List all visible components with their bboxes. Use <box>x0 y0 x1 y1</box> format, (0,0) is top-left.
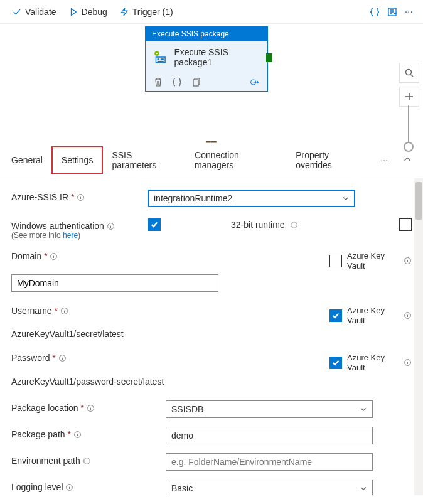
chevron-up-icon <box>403 155 412 164</box>
logging-level-select[interactable]: Basic <box>166 480 373 495</box>
ssis-icon <box>153 49 168 65</box>
environment-path-label: Environment path <box>11 456 80 466</box>
activity-node-execute-ssis[interactable]: Execute SSIS package Execute SSIS packag… <box>145 26 268 92</box>
info-icon[interactable] <box>87 404 95 412</box>
username-label: Username <box>11 306 52 316</box>
tab-connection-managers[interactable]: Connection managers <box>186 142 287 178</box>
password-label: Password <box>11 353 50 363</box>
svg-rect-6 <box>193 80 198 86</box>
braces-icon <box>370 7 380 17</box>
tab-general[interactable]: General <box>3 147 51 173</box>
properties-button[interactable] <box>383 3 401 21</box>
add-activity-button[interactable] <box>399 87 419 107</box>
info-icon[interactable] <box>65 483 73 491</box>
pipeline-canvas[interactable]: Execute SSIS package Execute SSIS packag… <box>0 24 423 137</box>
row-package-location: Package location * SSISDB <box>11 400 412 418</box>
lightning-icon <box>120 8 129 16</box>
canvas-tools <box>399 63 419 107</box>
logging-level-value: Basic <box>171 483 193 493</box>
package-location-value: SSISDB <box>171 404 203 414</box>
validate-label: Validate <box>25 7 56 17</box>
activity-body: Execute SSIS package1 <box>146 41 267 73</box>
package-location-select[interactable]: SSISDB <box>166 400 373 418</box>
svg-rect-4 <box>161 58 164 60</box>
trigger-button[interactable]: Trigger (1) <box>114 4 179 19</box>
svg-rect-5 <box>158 61 164 62</box>
scrollbar[interactable] <box>414 178 423 495</box>
play-icon <box>69 8 78 16</box>
windows-auth-more-link[interactable]: here <box>63 231 78 240</box>
windows-auth-checkbox[interactable] <box>148 218 161 231</box>
validate-button[interactable]: Validate <box>6 4 63 19</box>
delete-icon[interactable] <box>153 77 163 87</box>
info-icon[interactable] <box>404 257 412 265</box>
activity-header: Execute SSIS package <box>146 27 267 41</box>
row-domain: Domain * Azure Key Vault <box>11 251 412 292</box>
svg-rect-3 <box>158 58 159 60</box>
info-icon[interactable] <box>107 222 115 230</box>
braces-button[interactable] <box>366 3 383 21</box>
username-akv-checkbox[interactable] <box>329 309 342 322</box>
info-icon[interactable] <box>58 354 67 362</box>
activity-name: Execute SSIS package1 <box>174 47 260 67</box>
logging-level-label: Logging level <box>11 482 63 492</box>
domain-label: Domain <box>11 251 41 261</box>
tab-settings[interactable]: Settings <box>51 146 104 174</box>
settings-panel: Azure-SSIS IR * integrationRuntime2 Wind… <box>0 178 423 495</box>
thirtytwo-bit-label: 32-bit runtime <box>231 220 285 230</box>
info-icon[interactable] <box>404 311 412 319</box>
package-path-input[interactable] <box>166 427 373 444</box>
package-location-label: Package location <box>11 403 78 413</box>
resize-handle-knob[interactable] <box>404 142 414 152</box>
debug-label: Debug <box>82 7 107 17</box>
row-azure-ssis-ir: Azure-SSIS IR * integrationRuntime2 <box>11 190 412 207</box>
akv-label: Azure Key Vault <box>347 251 392 271</box>
braces-icon[interactable] <box>172 77 182 87</box>
info-icon[interactable] <box>404 358 412 367</box>
resize-handle-line <box>408 105 409 143</box>
info-icon[interactable] <box>77 193 85 201</box>
environment-path-input[interactable] <box>166 453 373 471</box>
akv-label: Azure Key Vault <box>347 306 392 325</box>
azure-ssis-ir-select[interactable]: integrationRuntime2 <box>148 190 355 207</box>
chevron-down-icon <box>360 485 367 492</box>
search-icon <box>404 68 414 78</box>
akv-label: Azure Key Vault <box>347 353 392 372</box>
info-icon[interactable] <box>60 307 68 315</box>
plus-icon <box>404 92 414 102</box>
tab-property-overrides[interactable]: Property overrides <box>287 142 374 178</box>
tabs-more-button[interactable]: ··· <box>374 149 394 171</box>
thirtytwo-bit-checkbox[interactable] <box>399 218 412 231</box>
output-icon[interactable] <box>250 77 260 87</box>
copy-icon[interactable] <box>191 77 201 87</box>
row-windows-auth: Windows authentication (See more info he… <box>11 218 412 240</box>
success-output-handle[interactable] <box>266 53 272 62</box>
row-environment-path: Environment path <box>11 453 412 471</box>
info-icon[interactable] <box>290 221 298 229</box>
tab-ssis-parameters[interactable]: SSIS parameters <box>103 142 186 178</box>
svg-point-8 <box>406 70 412 75</box>
info-icon[interactable] <box>50 252 58 260</box>
username-value: AzureKeyVault1/secret/latest <box>11 329 412 339</box>
search-activities-button[interactable] <box>399 63 419 83</box>
chevron-down-icon <box>342 195 350 202</box>
scrollbar-thumb[interactable] <box>415 182 422 220</box>
windows-auth-label: Windows authentication <box>11 221 104 231</box>
row-username: Username * Azure Key Vault AzureKeyVault… <box>11 306 412 339</box>
collapse-panel-button[interactable] <box>394 149 420 172</box>
chevron-down-icon <box>360 405 367 413</box>
azure-ssis-ir-label: Azure-SSIS IR <box>11 192 68 202</box>
row-logging-level: Logging level Basic Customized <box>11 480 412 495</box>
package-path-label: Package path <box>11 429 65 439</box>
trigger-label: Trigger (1) <box>132 7 173 17</box>
password-value: AzureKeyVault1/password-secret/latest <box>11 377 412 387</box>
activity-footer <box>146 73 267 91</box>
debug-button[interactable]: Debug <box>63 4 114 19</box>
domain-input[interactable] <box>11 274 218 292</box>
info-icon[interactable] <box>73 431 82 439</box>
more-button[interactable]: ··· <box>401 3 417 21</box>
info-icon[interactable] <box>83 457 91 465</box>
detail-tabs: General Settings SSIS parameters Connect… <box>0 142 423 178</box>
password-akv-checkbox[interactable] <box>329 357 342 369</box>
domain-akv-checkbox[interactable] <box>329 255 342 267</box>
